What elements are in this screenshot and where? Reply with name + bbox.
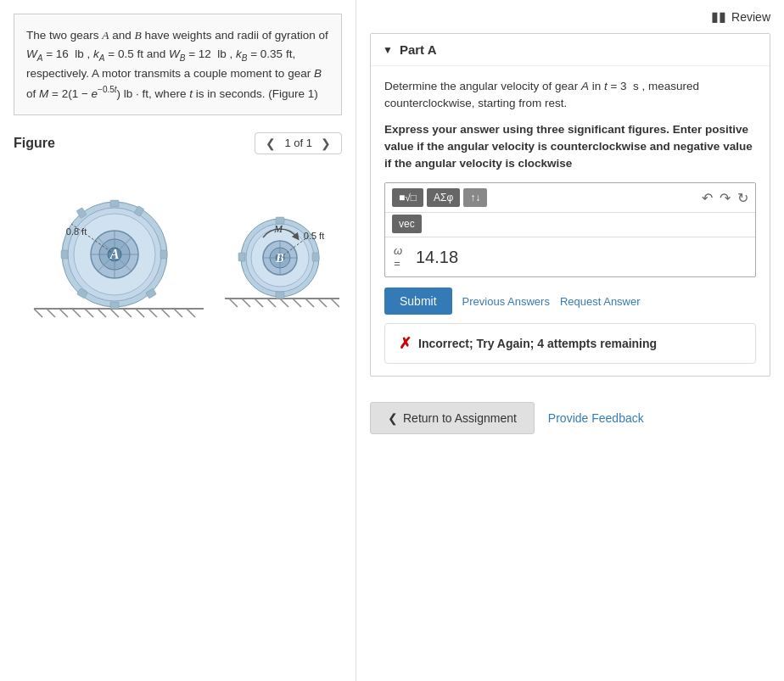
return-arrow-icon: ❮ xyxy=(388,411,398,425)
svg-rect-30 xyxy=(61,250,68,259)
provide-feedback-link[interactable]: Provide Feedback xyxy=(548,411,644,425)
review-icon: ▮▮ xyxy=(711,8,726,25)
part-a-label: Part A xyxy=(400,42,437,57)
svg-line-10 xyxy=(148,309,157,317)
math-toolbar: ■√□ ΑΣφ ↑↓ ↶ ↷ ↻ xyxy=(385,183,755,213)
svg-rect-56 xyxy=(238,253,245,261)
svg-text:0.5 ft: 0.5 ft xyxy=(303,231,323,241)
svg-line-13 xyxy=(187,309,195,317)
formula-btn[interactable]: ■√□ xyxy=(392,188,423,207)
svg-line-9 xyxy=(136,309,144,317)
part-a-question: Determine the angular velocity of gear A… xyxy=(384,78,756,113)
svg-line-39 xyxy=(267,299,276,307)
review-label: Review xyxy=(731,10,770,24)
svg-line-42 xyxy=(305,299,314,307)
svg-rect-28 xyxy=(110,302,119,309)
return-to-assignment-button[interactable]: ❮ Return to Assignment xyxy=(370,402,535,434)
action-row: Submit Previous Answers Request Answer xyxy=(384,287,756,315)
svg-line-38 xyxy=(255,299,263,307)
svg-text:M: M xyxy=(273,223,283,235)
figure-page: 1 of 1 xyxy=(284,137,312,149)
part-a-header: ▼ Part A xyxy=(371,34,770,66)
figure-section: Figure ❮ 1 of 1 ❯ xyxy=(14,132,342,332)
submit-button[interactable]: Submit xyxy=(384,287,452,315)
svg-line-3 xyxy=(59,309,68,317)
svg-line-36 xyxy=(229,299,238,307)
figure-image: A 0.8 ft xyxy=(14,163,342,332)
svg-line-11 xyxy=(161,309,170,317)
answer-input[interactable] xyxy=(416,248,747,267)
undo-redo-group: ↶ ↷ ↻ xyxy=(702,190,748,206)
figure-next-btn[interactable]: ❯ xyxy=(317,135,334,152)
svg-rect-55 xyxy=(276,292,284,299)
request-answer-link[interactable]: Request Answer xyxy=(560,295,641,308)
var-b: B xyxy=(135,29,142,42)
review-section: ▮▮ Review xyxy=(370,8,770,25)
refresh-btn[interactable]: ↻ xyxy=(737,190,748,206)
figure-header: Figure ❮ 1 of 1 ❯ xyxy=(14,132,342,154)
svg-line-44 xyxy=(331,299,339,307)
part-a-content: Determine the angular velocity of gear A… xyxy=(371,66,770,376)
collapse-icon[interactable]: ▼ xyxy=(383,44,393,56)
svg-text:0.8 ft: 0.8 ft xyxy=(65,226,86,237)
arrows-btn[interactable]: ↑↓ xyxy=(463,188,487,207)
svg-rect-54 xyxy=(312,253,319,261)
svg-line-4 xyxy=(72,309,81,317)
omega-label: ω= xyxy=(394,244,411,270)
figure-nav: ❮ 1 of 1 ❯ xyxy=(255,132,342,154)
vec-btn[interactable]: vec xyxy=(392,215,422,233)
svg-line-37 xyxy=(242,299,250,307)
svg-line-7 xyxy=(110,309,119,317)
previous-answers-link[interactable]: Previous Answers xyxy=(462,295,550,308)
svg-rect-26 xyxy=(160,250,167,259)
svg-line-1 xyxy=(34,309,42,317)
bottom-actions: ❮ Return to Assignment Provide Feedback xyxy=(370,402,770,434)
return-label: Return to Assignment xyxy=(403,411,517,425)
redo-btn[interactable]: ↷ xyxy=(720,190,731,206)
part-a-section: ▼ Part A Determine the angular velocity … xyxy=(370,33,770,377)
feedback-text: Incorrect; Try Again; 4 attempts remaini… xyxy=(418,337,657,350)
svg-line-40 xyxy=(280,299,288,307)
undo-btn[interactable]: ↶ xyxy=(702,190,713,206)
greek-btn[interactable]: ΑΣφ xyxy=(427,188,460,207)
problem-statement: The two gears A and B have weights and r… xyxy=(14,14,342,115)
review-link[interactable]: ▮▮ Review xyxy=(711,8,770,25)
feedback-box: ✗ Incorrect; Try Again; 4 attempts remai… xyxy=(384,323,756,364)
svg-line-6 xyxy=(98,309,106,317)
incorrect-icon: ✗ xyxy=(399,334,412,353)
part-a-instructions: Express your answer using three signific… xyxy=(384,121,756,173)
svg-rect-24 xyxy=(110,200,119,207)
svg-line-5 xyxy=(85,309,93,317)
figure-title: Figure xyxy=(14,136,55,151)
answer-box: ■√□ ΑΣφ ↑↓ ↶ ↷ ↻ vec ω= xyxy=(384,182,756,277)
svg-line-41 xyxy=(293,299,301,307)
right-panel: ▮▮ Review ▼ Part A Determine the angular… xyxy=(356,0,784,681)
svg-text:B: B xyxy=(275,252,283,265)
var-a: A xyxy=(102,29,109,42)
feedback-header: ✗ Incorrect; Try Again; 4 attempts remai… xyxy=(399,334,742,353)
svg-line-43 xyxy=(318,299,327,307)
gear-illustration: A 0.8 ft xyxy=(17,163,339,332)
figure-prev-btn[interactable]: ❮ xyxy=(262,135,279,152)
left-panel: The two gears A and B have weights and r… xyxy=(0,0,356,681)
svg-line-8 xyxy=(123,309,132,317)
svg-line-12 xyxy=(174,309,182,317)
svg-line-2 xyxy=(47,309,55,317)
answer-input-row: ω= xyxy=(385,237,755,276)
